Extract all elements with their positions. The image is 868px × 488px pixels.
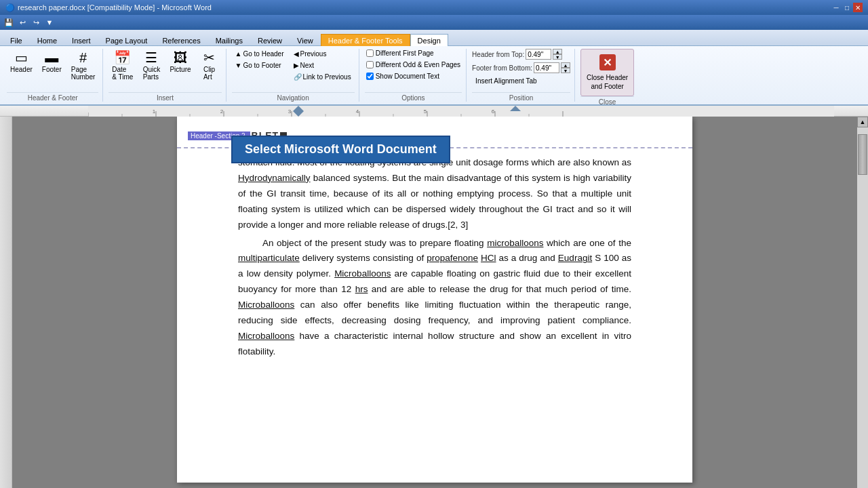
show-document-text-check[interactable]: Show Document Text <box>365 72 441 81</box>
picture-button[interactable]: 🖼 Picture <box>166 49 194 75</box>
window-title: research paper.docx [Compatibility Mode]… <box>18 3 212 12</box>
microballoons-link2: Microballoons <box>334 268 391 279</box>
different-odd-even-check[interactable]: Different Odd & Even Pages <box>365 60 462 69</box>
select-document-dialog[interactable]: Select Microsoft Word Document <box>231 136 450 163</box>
tab-insert[interactable]: Insert <box>64 34 98 46</box>
header-button[interactable]: ▭ Header <box>7 49 36 75</box>
svg-text:6: 6 <box>492 108 495 115</box>
quick-parts-button[interactable]: ☰ QuickParts <box>139 49 163 83</box>
date-time-button[interactable]: 📅 Date& Time <box>108 49 136 83</box>
minimize-button[interactable]: ─ <box>831 3 841 12</box>
next-label: Next <box>300 62 315 69</box>
show-document-text-input[interactable] <box>366 73 374 80</box>
header-from-top-up[interactable]: ▲ <box>553 49 562 54</box>
link-to-previous-button[interactable]: 🔗 Link to Previous <box>290 72 355 82</box>
insert-alignment-tab-label: Insert Alignment Tab <box>475 77 536 85</box>
different-first-page-check[interactable]: Different First Page <box>365 49 435 58</box>
tab-mailings[interactable]: Mailings <box>208 34 250 46</box>
go-header-icon: ▲ <box>235 50 242 58</box>
group-label-options: Options <box>365 92 462 102</box>
scrollbar-thumb[interactable] <box>858 134 867 175</box>
tab-design[interactable]: Design <box>410 34 448 46</box>
vertical-scrollbar[interactable]: ▲ ▼ <box>857 117 868 488</box>
scrollbar-track[interactable] <box>857 127 868 488</box>
footer-icon: ▬ <box>45 51 58 64</box>
header-icon: ▭ <box>15 51 28 64</box>
undo-quick-btn[interactable]: ↩ <box>16 16 28 28</box>
ruler-svg: 1 2 3 4 5 6 <box>88 106 834 117</box>
svg-text:3: 3 <box>288 108 292 115</box>
header-from-top-wrap: Header from Top: ▲ ▼ <box>472 49 562 60</box>
svg-text:1: 1 <box>153 108 156 115</box>
header-from-top-down[interactable]: ▼ <box>553 54 562 60</box>
group-label-header-footer: Header & Footer <box>7 92 98 102</box>
tab-file[interactable]: File <box>3 34 30 46</box>
tab-home[interactable]: Home <box>30 34 64 46</box>
hrs-link: hrs <box>355 284 368 294</box>
tab-review[interactable]: Review <box>250 34 290 46</box>
page-number-button[interactable]: # PageNumber <box>68 49 99 83</box>
tab-page-layout[interactable]: Page Layout <box>98 34 155 46</box>
quick-parts-label: QuickParts <box>143 66 161 81</box>
footer-label: Footer <box>42 66 62 73</box>
scrollbar-up-button[interactable]: ▲ <box>857 117 868 127</box>
footer-button[interactable]: ▬ Footer <box>39 49 65 75</box>
title-bar-left: 🔵 research paper.docx [Compatibility Mod… <box>5 3 212 12</box>
picture-label: Picture <box>170 66 191 73</box>
eudragit-link: Eudragit <box>558 253 592 263</box>
save-quick-btn[interactable]: 💾 <box>3 16 15 28</box>
footer-from-bottom-wrap: Footer from Bottom: ▲ ▼ <box>472 62 570 73</box>
microballoons-link3: Microballoons <box>238 300 294 310</box>
ribbon-group-header-footer: ▭ Header ▬ Footer # PageNumber Header & … <box>3 49 103 102</box>
date-time-label: Date& Time <box>112 66 133 81</box>
ribbon-group-options: Different First Page Different Odd & Eve… <box>361 49 467 102</box>
svg-text:4: 4 <box>356 108 359 115</box>
group-label-navigation: Navigation <box>232 92 355 102</box>
link-label: Link to Previous <box>303 73 351 81</box>
previous-button[interactable]: ◀ Previous <box>290 49 355 59</box>
page-number-icon: # <box>79 51 87 64</box>
footer-from-bottom-down[interactable]: ▼ <box>561 68 570 73</box>
footer-from-bottom-up[interactable]: ▲ <box>561 62 570 68</box>
ribbon-group-insert-items: 📅 Date& Time ☰ QuickParts 🖼 Picture ✂ Cl… <box>108 49 221 92</box>
page-number-label: PageNumber <box>71 66 96 81</box>
close-button[interactable]: ✕ <box>853 3 863 12</box>
page-content: stomach fluid. Most of the floating syst… <box>177 148 692 373</box>
tab-view[interactable]: View <box>290 34 321 46</box>
group-label-insert: Insert <box>108 92 221 102</box>
different-first-page-input[interactable] <box>366 49 374 57</box>
next-button[interactable]: ▶ Next <box>290 60 355 70</box>
previous-icon: ◀ <box>294 50 299 58</box>
tab-header-footer-tools[interactable]: Header & Footer Tools <box>321 34 410 46</box>
close-header-footer-button[interactable]: ✕ Close Headerand Footer <box>580 49 634 96</box>
position-items: Header from Top: ▲ ▼ Footer from Bottom:… <box>472 49 570 92</box>
footer-from-bottom-input[interactable] <box>534 62 559 73</box>
maximize-button[interactable]: □ <box>842 3 852 12</box>
header-from-top-input[interactable] <box>526 49 551 60</box>
redo-quick-btn[interactable]: ↪ <box>30 16 42 28</box>
ribbon-group-navigation: ▲ Go to Header ▼ Go to Footer ◀ Previous… <box>228 49 359 102</box>
left-ruler <box>0 117 12 488</box>
svg-text:2: 2 <box>220 108 224 115</box>
document-area: Header -Section 2- TABLET Select Microso… <box>0 117 868 488</box>
title-bar-controls: ─ □ ✕ <box>831 3 863 12</box>
document-scroll[interactable]: Header -Section 2- TABLET Select Microso… <box>12 117 857 488</box>
ribbon-group-insert: 📅 Date& Time ☰ QuickParts 🖼 Picture ✂ Cl… <box>104 49 226 102</box>
title-bar: 🔵 research paper.docx [Compatibility Mod… <box>0 0 868 15</box>
insert-alignment-tab-button[interactable]: Insert Alignment Tab <box>472 76 540 86</box>
quick-parts-icon: ☰ <box>145 51 157 64</box>
group-label-position: Position <box>472 92 570 102</box>
tab-references[interactable]: References <box>155 34 208 46</box>
link-icon: 🔗 <box>294 73 302 81</box>
show-document-text-label: Show Document Text <box>376 73 439 80</box>
go-to-header-button[interactable]: ▲ Go to Header <box>232 49 288 59</box>
clip-art-button[interactable]: ✂ ClipArt <box>197 49 222 83</box>
ribbon-tabs: File Home Insert Page Layout References … <box>0 30 868 46</box>
picture-icon: 🖼 <box>174 51 187 64</box>
qa-dropdown-btn[interactable]: ▼ <box>43 16 56 28</box>
multiparticulate-link: multiparticulate <box>238 253 300 263</box>
go-to-footer-button[interactable]: ▼ Go to Footer <box>232 60 288 70</box>
go-footer-label: Go to Footer <box>243 62 281 69</box>
page-header[interactable]: Header -Section 2- TABLET Select Microso… <box>177 117 692 148</box>
different-odd-even-input[interactable] <box>366 61 374 68</box>
